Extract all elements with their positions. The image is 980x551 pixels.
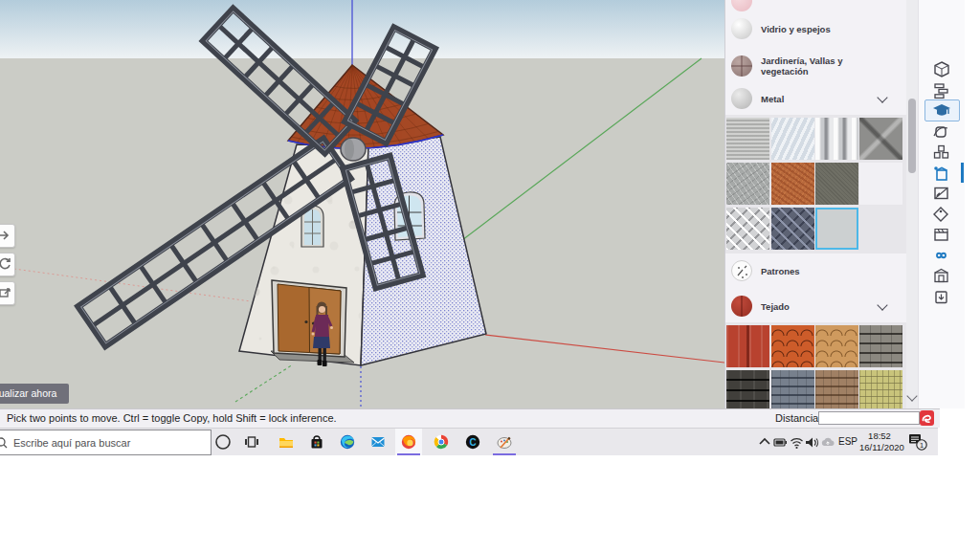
material-swatch[interactable] bbox=[726, 325, 769, 367]
taskbar: C 1 18:52 16/11/2020 ESP bbox=[0, 428, 938, 455]
zoom-window-icon[interactable] bbox=[0, 281, 15, 305]
material-swatch[interactable] bbox=[859, 325, 902, 367]
tags-icon[interactable] bbox=[931, 205, 952, 224]
show-hidden-icons-icon[interactable] bbox=[758, 435, 772, 453]
material-swatch[interactable] bbox=[815, 118, 858, 160]
material-category-label: Tejado bbox=[761, 301, 790, 312]
sketchup-web-screen: ualizar ahora Vidrio y espejosJardinería… bbox=[0, 0, 967, 455]
material-swatch-selected[interactable] bbox=[815, 208, 858, 250]
entity-info-icon[interactable] bbox=[931, 60, 952, 79]
taskbar-search[interactable] bbox=[0, 430, 212, 455]
material-category-label: vegetación bbox=[761, 66, 809, 77]
speaker-icon[interactable] bbox=[805, 435, 819, 453]
styles-icon[interactable] bbox=[931, 184, 952, 203]
material-category-metal[interactable]: Metal bbox=[725, 84, 906, 113]
material-swatch[interactable] bbox=[726, 163, 769, 205]
search-input[interactable] bbox=[11, 430, 202, 455]
taskbar-button-cortana[interactable] bbox=[210, 429, 236, 455]
extension-icon[interactable] bbox=[931, 287, 952, 306]
running-app-indicator bbox=[397, 453, 420, 456]
status-message: Pick two points to move. Ctrl = toggle C… bbox=[7, 412, 337, 424]
taskbar-button-paint[interactable] bbox=[491, 429, 518, 455]
chrome-icon bbox=[434, 434, 449, 450]
outliner-icon[interactable] bbox=[931, 81, 952, 100]
status-bar: Pick two points to move. Ctrl = toggle C… bbox=[0, 408, 940, 428]
taskbar-button-edge[interactable] bbox=[334, 429, 361, 455]
search-icon bbox=[0, 437, 8, 449]
svg-text:1: 1 bbox=[920, 441, 924, 450]
active-panel-indicator bbox=[961, 163, 964, 183]
chevron-down-icon[interactable] bbox=[877, 299, 887, 310]
components-icon[interactable] bbox=[931, 143, 952, 162]
tray-language[interactable]: ESP bbox=[838, 436, 858, 447]
material-category-partial[interactable] bbox=[725, 0, 906, 15]
material-swatch[interactable] bbox=[859, 163, 902, 205]
material-category-tejado[interactable]: Tejado bbox=[725, 292, 906, 320]
taskbar-button-file-explorer[interactable] bbox=[273, 429, 300, 455]
instructor-icon[interactable] bbox=[931, 101, 952, 121]
taskbar-button-c-app[interactable]: C bbox=[459, 429, 486, 455]
material-swatch[interactable] bbox=[771, 208, 814, 250]
distance-input[interactable] bbox=[818, 411, 920, 425]
material-swatch[interactable] bbox=[726, 370, 769, 408]
running-app-indicator bbox=[493, 453, 516, 456]
notification-center-icon[interactable]: 1 bbox=[909, 433, 928, 455]
tray-clock[interactable]: 18:52 16/11/2020 bbox=[859, 430, 900, 452]
material-category-patrones[interactable]: Patrones bbox=[725, 256, 906, 285]
unlimited-icon[interactable] bbox=[931, 246, 952, 265]
material-swatch[interactable] bbox=[771, 163, 814, 205]
update-now-button[interactable]: ualizar ahora bbox=[0, 384, 69, 404]
wifi-icon[interactable] bbox=[790, 435, 804, 453]
cortana-icon bbox=[215, 434, 231, 450]
materials-icon[interactable] bbox=[931, 164, 952, 183]
material-swatch[interactable] bbox=[815, 325, 858, 367]
pan-arrow-icon[interactable] bbox=[0, 224, 15, 248]
material-swatch[interactable] bbox=[815, 163, 858, 205]
task-view-icon bbox=[244, 434, 259, 450]
chevron-down-icon[interactable] bbox=[877, 92, 887, 102]
material-category-sphere-icon bbox=[731, 18, 752, 39]
material-category-label: Patrones bbox=[761, 266, 800, 276]
viewport-canvas[interactable] bbox=[0, 0, 724, 408]
material-category-label: Metal bbox=[761, 94, 784, 104]
soften-edges-icon[interactable] bbox=[931, 122, 952, 142]
c-app-icon: C bbox=[465, 434, 480, 450]
taskbar-button-task-view[interactable] bbox=[238, 429, 265, 455]
scenes-icon[interactable] bbox=[931, 225, 952, 244]
taskbar-button-microsoft-store[interactable] bbox=[303, 429, 330, 455]
tray-time: 18:52 bbox=[859, 430, 900, 442]
material-swatch[interactable] bbox=[815, 370, 858, 408]
distance-label: Distancia bbox=[775, 412, 818, 424]
material-category-sphere-icon bbox=[731, 296, 752, 317]
materials-panel: Vidrio y espejosJardinería, Vallas yvege… bbox=[724, 0, 906, 408]
material-swatch[interactable] bbox=[771, 325, 814, 367]
scroll-down-icon[interactable] bbox=[906, 390, 917, 401]
firefox-icon bbox=[401, 434, 416, 450]
3d-warehouse-icon[interactable] bbox=[931, 266, 952, 285]
onedrive-icon[interactable] bbox=[820, 435, 835, 453]
material-swatch[interactable] bbox=[726, 118, 769, 160]
file-explorer-icon bbox=[278, 434, 294, 450]
taskbar-button-chrome[interactable] bbox=[428, 429, 455, 455]
battery-icon[interactable] bbox=[773, 435, 788, 453]
orbit-icon[interactable] bbox=[0, 253, 15, 276]
material-category-vidrio[interactable]: Vidrio y espejos bbox=[725, 14, 906, 43]
mail-icon bbox=[370, 434, 386, 450]
material-swatch[interactable] bbox=[771, 370, 814, 408]
taskbar-button-firefox[interactable] bbox=[395, 429, 422, 455]
panel-scrollbar[interactable] bbox=[906, 0, 918, 408]
sketchup-logo-icon bbox=[920, 410, 934, 426]
scrollbar-thumb[interactable] bbox=[908, 99, 916, 173]
svg-text:C: C bbox=[469, 437, 476, 448]
material-swatch[interactable] bbox=[859, 370, 902, 408]
paint-icon bbox=[497, 434, 512, 450]
3d-viewport[interactable] bbox=[0, 0, 724, 408]
material-swatch[interactable] bbox=[859, 118, 902, 160]
microsoft-store-icon bbox=[309, 434, 324, 450]
material-category-jardineria[interactable]: Jardinería, Vallas yvegetación bbox=[725, 52, 906, 80]
taskbar-button-mail[interactable] bbox=[365, 429, 391, 455]
right-toolbar bbox=[918, 0, 965, 408]
material-swatch[interactable] bbox=[771, 118, 814, 160]
material-category-sphere-icon bbox=[731, 88, 752, 109]
material-swatch[interactable] bbox=[726, 208, 769, 250]
